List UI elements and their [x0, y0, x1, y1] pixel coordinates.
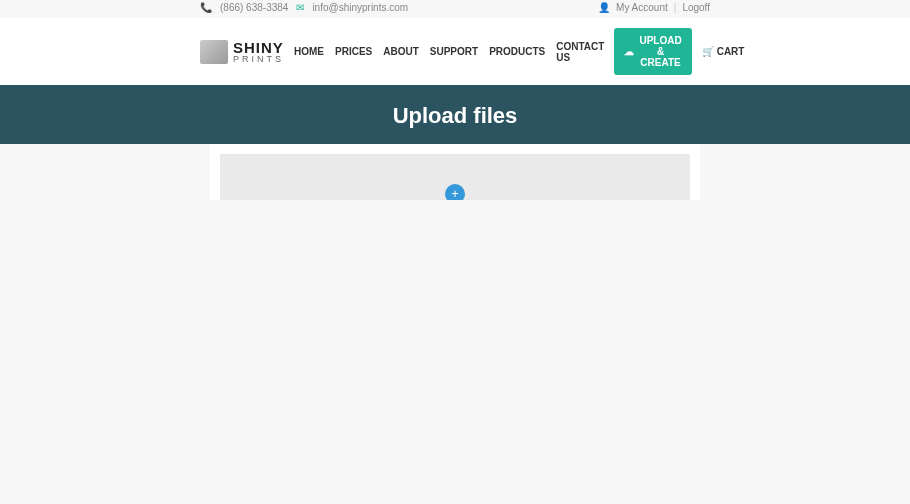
- nav-contact[interactable]: CONTACT US: [556, 41, 604, 63]
- cart-icon: 🛒: [702, 46, 714, 57]
- add-files-button[interactable]: +: [445, 184, 465, 200]
- nav-prices[interactable]: PRICES: [335, 46, 372, 57]
- topbar-email[interactable]: info@shinyprints.com: [312, 2, 408, 13]
- user-icon: 👤: [598, 2, 610, 13]
- logo-icon: [200, 40, 228, 64]
- upload-card: + Add your files Use this feature to sen…: [210, 144, 700, 200]
- cart-link[interactable]: 🛒 CART: [702, 46, 745, 57]
- cart-label: CART: [717, 46, 745, 57]
- mail-icon: ✉: [296, 2, 304, 13]
- logo-main: SHINY: [233, 40, 284, 55]
- page-title: Upload files: [0, 103, 910, 129]
- logo[interactable]: SHINY PRINTS: [200, 40, 284, 64]
- main-nav: HOME PRICES ABOUT SUPPORT PRODUCTS CONTA…: [294, 41, 604, 63]
- nav-products[interactable]: PRODUCTS: [489, 46, 545, 57]
- topbar: 📞 (866) 638-3384 ✉ info@shinyprints.com …: [0, 0, 910, 18]
- upload-create-label: UPLOAD & CREATE: [639, 35, 681, 68]
- my-account-link[interactable]: My Account: [616, 2, 668, 13]
- divider: |: [674, 2, 677, 13]
- nav-home[interactable]: HOME: [294, 46, 324, 57]
- cloud-icon: ☁: [624, 46, 634, 57]
- topbar-phone: (866) 638-3384: [220, 2, 288, 13]
- upload-create-button[interactable]: ☁ UPLOAD & CREATE: [614, 28, 691, 75]
- dropzone[interactable]: + Add your files: [220, 154, 690, 200]
- nav-about[interactable]: ABOUT: [383, 46, 419, 57]
- nav-support[interactable]: SUPPORT: [430, 46, 478, 57]
- header: SHINY PRINTS HOME PRICES ABOUT SUPPORT P…: [0, 18, 910, 85]
- logo-sub: PRINTS: [233, 55, 284, 64]
- logoff-link[interactable]: Logoff: [682, 2, 710, 13]
- hero: Upload files + Add your files Use this f…: [0, 85, 910, 200]
- phone-icon: 📞: [200, 2, 212, 13]
